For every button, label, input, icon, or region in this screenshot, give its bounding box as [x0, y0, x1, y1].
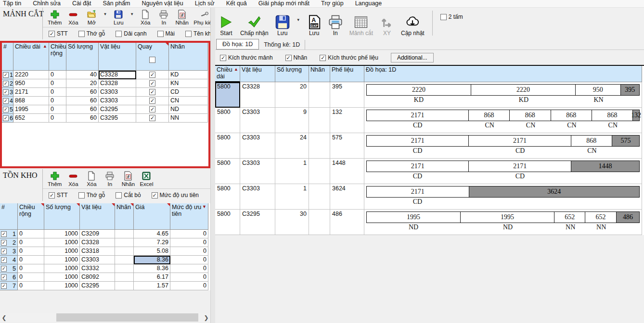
row-header-cell[interactable]: ✓2: [2, 79, 13, 88]
row-checkbox[interactable]: ✓: [1, 274, 7, 280]
row-header-cell[interactable]: ✓4: [0, 256, 18, 264]
cell-rotate[interactable]: ✓: [136, 114, 169, 123]
cell-material[interactable]: C3303: [99, 97, 136, 105]
cell-label[interactable]: [309, 184, 330, 210]
column-header-Số lượng[interactable]: Số lượng: [66, 43, 99, 71]
horizontal-scrollbar[interactable]: ❮ ❯: [0, 313, 210, 322]
cell-length[interactable]: 652: [13, 114, 49, 123]
cell-priority[interactable]: 0: [170, 230, 208, 238]
cell-material[interactable]: C3328: [240, 82, 275, 108]
row-checkbox[interactable]: ✓: [1, 248, 7, 254]
cell-width[interactable]: 0: [49, 88, 66, 97]
dropdown-arrow-icon[interactable]: ▼: [296, 18, 300, 29]
rotate-all-checkbox-box[interactable]: [149, 57, 155, 63]
results-row[interactable]: 5800C33032457521712171868575CDCDCN: [215, 133, 644, 159]
cell-rotate[interactable]: ✓: [136, 71, 169, 79]
cell-qty[interactable]: 24: [275, 133, 309, 159]
cell-label[interactable]: [115, 264, 134, 273]
column-header-Nhãn[interactable]: Nhãn: [309, 66, 330, 82]
cell-width[interactable]: 0: [18, 282, 44, 290]
stock-checkbox-3[interactable]: ✓Mức độ ưu tiên: [152, 192, 199, 199]
stock-checkbox-1[interactable]: Thớ gỗ: [78, 192, 105, 199]
column-header-Vật liệu[interactable]: Vật liệu: [99, 43, 136, 71]
cell-qty[interactable]: 1000: [44, 282, 80, 290]
column-header-Chiều rộng[interactable]: Chiều rộng: [18, 203, 44, 230]
cell-material[interactable]: C3209: [80, 230, 115, 238]
results-checkbox-box[interactable]: ✓: [220, 55, 226, 61]
parts-checkbox-box[interactable]: [116, 31, 122, 37]
stock-checkbox-box[interactable]: ✓: [152, 192, 158, 199]
two-sheets-checkbox-box[interactable]: [440, 14, 447, 20]
cell-width[interactable]: 0: [49, 71, 66, 79]
cell-length[interactable]: 950: [13, 79, 49, 88]
menu-item-7[interactable]: Giải pháp mới nhất: [258, 0, 309, 7]
cell-material[interactable]: C3303: [80, 256, 115, 264]
cell-length[interactable]: 5800: [215, 210, 240, 235]
parts-checkbox-box[interactable]: ✓: [49, 31, 55, 37]
row-checkbox[interactable]: ✓: [1, 257, 7, 263]
cell-qty[interactable]: 1000: [44, 273, 80, 282]
column-header-Nhãn[interactable]: Nhãn: [169, 43, 208, 71]
table-row[interactable]: ✓701000C32951.570: [0, 282, 210, 290]
stock-button-excel[interactable]: Excel: [140, 171, 153, 187]
column-header-Chiều rộng[interactable]: Chiều rộng: [49, 43, 66, 71]
two-sheets-checkbox[interactable]: 2 tấm: [440, 13, 463, 20]
cell-material[interactable]: C3328: [99, 79, 136, 88]
cell-label[interactable]: [115, 273, 134, 282]
column-header-#[interactable]: #: [2, 43, 13, 71]
table-row[interactable]: ✓6652060C3295✓NN: [2, 114, 208, 123]
scrollbar-track[interactable]: [8, 313, 202, 322]
cell-price[interactable]: 8.36: [134, 256, 170, 264]
cell-priority[interactable]: 0: [170, 256, 208, 264]
menu-item-9[interactable]: Language: [355, 0, 382, 7]
cell-priority[interactable]: 0: [170, 273, 208, 282]
results-checkbox-2[interactable]: ✓Kích thước phế liệu: [320, 54, 378, 61]
cell-qty[interactable]: 60: [66, 97, 99, 105]
cell-width[interactable]: 0: [18, 238, 44, 247]
rotate-checkbox[interactable]: ✓: [149, 89, 155, 95]
cell-qty[interactable]: 1000: [44, 247, 80, 256]
cell-length[interactable]: 5800: [215, 133, 240, 159]
column-header-Nhãn[interactable]: Nhãn: [115, 203, 134, 230]
menu-item-0[interactable]: Tập tin: [3, 0, 21, 7]
cell-material[interactable]: C3295: [80, 282, 115, 290]
cell-material[interactable]: C8092: [80, 273, 115, 282]
parts-checkbox-2[interactable]: Dải cạnh: [116, 30, 146, 37]
cell-price[interactable]: 7.29: [134, 238, 170, 247]
cell-qty[interactable]: 30: [275, 210, 309, 235]
cell-qty[interactable]: 60: [66, 105, 99, 114]
results-row[interactable]: 5800C32953048619951995652652486NDNDNNNN: [215, 210, 644, 235]
parts-checkbox-1[interactable]: Thớ gỗ: [78, 30, 105, 37]
cell-material[interactable]: C3318: [80, 247, 115, 256]
cell-price[interactable]: 1.57: [134, 282, 170, 290]
row-checkbox[interactable]: ✓: [3, 72, 9, 78]
results-button-floppybig[interactable]: Lưu: [275, 15, 290, 37]
cell-label[interactable]: KD: [169, 71, 208, 79]
cell-length[interactable]: 2171: [13, 88, 49, 97]
row-header-cell[interactable]: ✓3: [0, 247, 18, 256]
table-row[interactable]: ✓401000C33038.360: [0, 256, 210, 264]
table-row[interactable]: ✓2950020C3328✓KN: [2, 79, 208, 88]
rotate-checkbox[interactable]: ✓: [149, 72, 155, 78]
row-header-cell[interactable]: ✓3: [2, 88, 13, 97]
cell-label[interactable]: [309, 108, 330, 133]
cell-label[interactable]: [115, 282, 134, 290]
cell-material[interactable]: C3303: [240, 133, 275, 159]
row-checkbox[interactable]: ✓: [1, 266, 7, 272]
cell-rotate[interactable]: ✓: [136, 105, 169, 114]
table-row[interactable]: ✓101000C32094.650: [0, 230, 210, 238]
column-header-Chiều dài[interactable]: Chiều dài▲: [215, 66, 240, 82]
parts-checkbox-box[interactable]: [157, 31, 164, 37]
cell-waste[interactable]: 1448: [330, 159, 364, 184]
parts-checkbox-0[interactable]: ✓STT: [49, 30, 68, 37]
cell-waste[interactable]: 575: [330, 133, 364, 159]
cell-label[interactable]: [115, 238, 134, 247]
cell-material[interactable]: C3328: [99, 71, 136, 79]
stock-button-minus[interactable]: Xóa: [66, 171, 80, 187]
cell-length[interactable]: 5800: [215, 159, 240, 184]
stock-checkbox-2[interactable]: Cắt bỏ: [116, 192, 141, 199]
cell-length[interactable]: 5800: [215, 108, 240, 133]
table-row[interactable]: ✓51995060C3295✓ND: [2, 105, 208, 114]
stock-checkbox-box[interactable]: [78, 192, 85, 199]
parts-button-floppy[interactable]: Lưu: [112, 10, 125, 25]
